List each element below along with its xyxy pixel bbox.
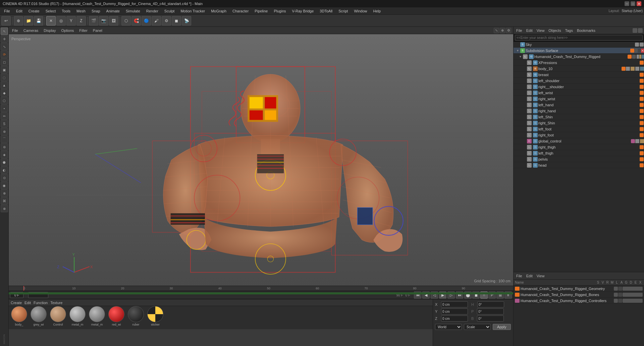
brush-left[interactable]: S	[1, 120, 8, 127]
menu-animate[interactable]: Animate	[104, 8, 122, 14]
om-menu-view[interactable]: View	[535, 28, 546, 33]
menu-tools[interactable]: Tools	[59, 8, 73, 14]
extrude-left[interactable]: ⬟	[1, 159, 8, 166]
maximize-button[interactable]: □	[631, 1, 635, 6]
vp-menu-filter[interactable]: Filter	[78, 28, 89, 33]
new-object-button[interactable]: ⊕	[14, 16, 23, 25]
menu-render[interactable]: Render	[144, 8, 161, 14]
am-row-bones[interactable]: Humanoid_Crash_Test_Dummy_Rigged_Bones	[514, 292, 644, 298]
loop-select[interactable]: ◼	[172, 16, 181, 25]
om-row-right-shoulder[interactable]: L G right__shoulder	[514, 84, 644, 90]
viewport[interactable]: X Y Z	[9, 34, 513, 286]
om-row-breast[interactable]: L G breast	[514, 72, 644, 78]
menu-select[interactable]: Select	[43, 8, 59, 14]
menu-window[interactable]: Window	[351, 8, 370, 14]
magnet-left[interactable]: ⊛	[1, 128, 8, 135]
rotate-tool-left[interactable]: ⟳	[1, 51, 8, 58]
sculpt-left[interactable]: ⊕	[1, 189, 8, 197]
am-menu-view[interactable]: View	[535, 274, 546, 278]
material-metal1[interactable]: metal_m	[68, 306, 87, 329]
pen-left[interactable]: ✏	[1, 112, 8, 120]
camera-btn[interactable]: 📡	[182, 16, 191, 25]
menu-sculpt[interactable]: Sculpt	[162, 8, 177, 14]
material-control[interactable]: Control	[49, 306, 67, 329]
minimize-button[interactable]: ─	[625, 1, 629, 6]
menu-mograph[interactable]: MoGraph	[208, 8, 229, 14]
weld-left[interactable]: ⊙	[1, 174, 8, 181]
vp-menu-display[interactable]: Display	[42, 28, 57, 33]
material-metal2[interactable]: metal_m	[88, 306, 106, 329]
om-row-left-wrist[interactable]: L G left_wrist	[514, 90, 644, 96]
material-body[interactable]: body_	[10, 306, 28, 329]
menu-simulate[interactable]: Simulate	[123, 8, 143, 14]
om-row-head[interactable]: L G head	[514, 162, 644, 168]
rect-sel-left[interactable]: ▣	[1, 66, 8, 73]
edges-left[interactable]: ⬡	[1, 97, 8, 104]
om-row-left-shin[interactable]: L G left_Shin	[514, 114, 644, 120]
om-row-right-hand[interactable]: L G right_hand	[514, 108, 644, 114]
om-row-humanoid[interactable]: ▼ L G Humanoid_Crash_Test_Dummy_Rigged	[514, 54, 644, 60]
om-menu-tags[interactable]: Tags	[564, 28, 574, 33]
polys-left[interactable]: ▪	[1, 105, 8, 112]
knife-tool[interactable]: ⚙	[162, 16, 171, 25]
open-button[interactable]: 📁	[24, 16, 33, 25]
menu-mesh[interactable]: Mesh	[74, 8, 88, 14]
lasso-sel-left[interactable]: ◌	[1, 74, 8, 81]
am-menu-file[interactable]: File	[515, 274, 524, 278]
menu-character[interactable]: Character	[230, 8, 251, 14]
am-row-controllers[interactable]: Humanoid_Crash_Test_Dummy_Rigged_Control…	[514, 298, 644, 304]
material-rubber[interactable]: ruber	[127, 306, 145, 329]
om-row-subdivision[interactable]: ▼ S Subdivision Surface ✕	[514, 48, 644, 54]
menu-plugins[interactable]: Plugins	[271, 8, 288, 14]
p-rotation-input[interactable]	[477, 308, 504, 314]
menu-pipeline[interactable]: Pipeline	[252, 8, 270, 14]
menu-edit[interactable]: Edit	[13, 8, 25, 14]
model-tool[interactable]: ✕	[46, 16, 56, 25]
am-menu-edit[interactable]: Edit	[525, 274, 534, 278]
close-button[interactable]: ✕	[637, 1, 641, 6]
render-btn[interactable]: 🖼	[109, 16, 118, 25]
rotate-tool[interactable]: Y	[66, 16, 76, 25]
mat-menu-edit[interactable]: Edit	[24, 301, 31, 305]
om-row-left-foot[interactable]: L G left_foot	[514, 126, 644, 132]
vp-menu-file[interactable]: File	[11, 28, 19, 33]
menu-create[interactable]: Create	[26, 8, 42, 14]
om-row-right-wrist[interactable]: L G right_wrist	[514, 96, 644, 102]
vp-icon-2[interactable]: ⊕	[500, 28, 505, 33]
am-row-geometry[interactable]: Humanoid_Crash_Test_Dummy_Rigged_Geometr…	[514, 286, 644, 292]
material-sticker[interactable]: sticker	[146, 306, 164, 329]
menu-file[interactable]: File	[1, 8, 13, 14]
apply-button[interactable]: Apply	[493, 324, 511, 330]
paint-left[interactable]: ⌘	[1, 197, 8, 205]
om-row-body10[interactable]: L B body_10	[514, 66, 644, 72]
live-selection[interactable]: 🔵	[142, 16, 151, 25]
mat-menu-texture[interactable]: Texture	[50, 301, 62, 305]
material-red[interactable]: red_wi	[107, 306, 125, 329]
move-tool[interactable]: ✛	[1, 35, 8, 43]
vp-icon-3[interactable]: ⚙	[506, 28, 511, 33]
magnet-tool[interactable]: 🧲	[131, 16, 141, 25]
om-menu-edit[interactable]: Edit	[525, 28, 534, 33]
om-menu-bookmarks[interactable]: Bookmarks	[576, 28, 597, 33]
material-grey[interactable]: grey_wi	[30, 306, 48, 329]
y-position-input[interactable]	[441, 308, 468, 314]
menu-3dtoall[interactable]: 3DToAll	[317, 8, 335, 14]
object-axis-tool[interactable]: ◎	[56, 16, 66, 25]
undo-button[interactable]: ↩	[1, 16, 11, 25]
knife-left[interactable]: ⊜	[1, 143, 8, 151]
smooth-left[interactable]: ◉	[1, 182, 8, 189]
om-menu-objects[interactable]: Objects	[547, 28, 562, 33]
om-row-left-shoulder[interactable]: L G left_shoulder	[514, 78, 644, 84]
om-search-input[interactable]	[515, 35, 643, 41]
mat-menu-function[interactable]: Function	[34, 301, 48, 305]
b-rotation-input[interactable]	[477, 315, 504, 322]
live-sel-left[interactable]: ◻	[1, 58, 8, 66]
vp-menu-options[interactable]: Options	[60, 28, 75, 33]
om-row-pelvis[interactable]: L G pelvis	[514, 156, 644, 162]
spline-left[interactable]: ⌒	[1, 135, 8, 143]
world-dropdown[interactable]: World Object	[435, 324, 462, 330]
select-all[interactable]: ⬡	[121, 16, 131, 25]
vp-menu-cameras[interactable]: Cameras	[22, 28, 40, 33]
axis-left[interactable]: ⊗	[1, 205, 8, 212]
render-view[interactable]: 📷	[99, 16, 108, 25]
